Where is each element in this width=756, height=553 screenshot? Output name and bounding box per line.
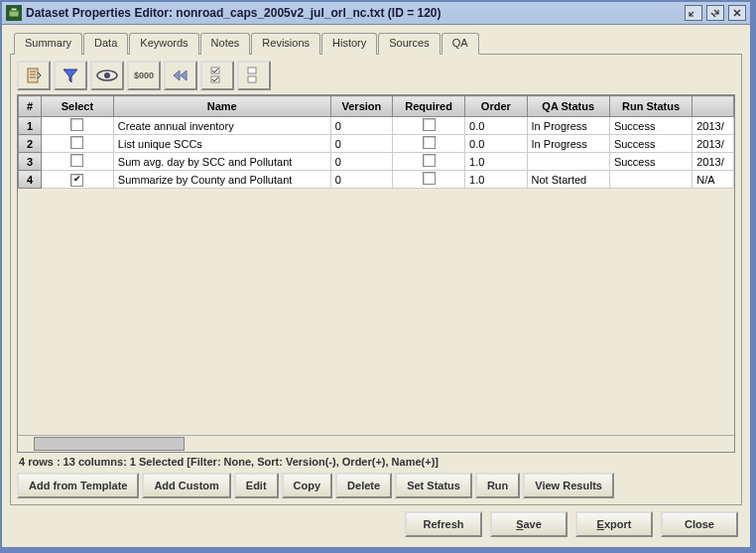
col-select[interactable]: Select bbox=[41, 96, 113, 117]
tab-sources[interactable]: Sources bbox=[378, 33, 440, 55]
col-qa-status[interactable]: QA Status bbox=[527, 96, 609, 117]
tab-keywords[interactable]: Keywords bbox=[129, 33, 198, 55]
select-cell[interactable] bbox=[41, 153, 113, 171]
window-body: Summary Data Keywords Notes Revisions Hi… bbox=[2, 25, 750, 547]
svg-point-7 bbox=[104, 72, 110, 78]
required-cell[interactable] bbox=[393, 135, 465, 153]
version-cell: 0 bbox=[330, 117, 393, 135]
uncheck-all-icon bbox=[247, 67, 261, 84]
edit-button[interactable]: Edit bbox=[234, 473, 279, 498]
set-status-button[interactable]: Set Status bbox=[395, 473, 472, 498]
copy-button[interactable]: Copy bbox=[282, 473, 333, 498]
checkbox[interactable]: ✔ bbox=[70, 174, 83, 187]
checkbox[interactable] bbox=[423, 118, 436, 131]
table-row[interactable]: 1Create annual inventory00.0In ProgressS… bbox=[19, 117, 734, 135]
qa-status-cell: In Progress bbox=[527, 117, 609, 135]
checkbox[interactable] bbox=[70, 118, 83, 131]
qa-status-cell: In Progress bbox=[527, 135, 609, 153]
order-cell: 0.0 bbox=[465, 117, 528, 135]
delete-button[interactable]: Delete bbox=[335, 473, 392, 498]
format-button[interactable]: $000 bbox=[127, 61, 161, 90]
funnel-icon bbox=[62, 67, 79, 84]
checkbox[interactable] bbox=[423, 154, 436, 167]
svg-rect-10 bbox=[248, 68, 256, 73]
col-run-status[interactable]: Run Status bbox=[609, 96, 692, 117]
toolbar: $000 bbox=[17, 61, 735, 90]
minimize-button[interactable] bbox=[685, 5, 702, 21]
row-number: 3 bbox=[19, 153, 42, 171]
row-number: 1 bbox=[19, 117, 42, 135]
tab-data[interactable]: Data bbox=[83, 33, 128, 55]
window-buttons: Refresh Save Export Close bbox=[10, 505, 742, 539]
run-status-cell: Success bbox=[609, 117, 692, 135]
row-number: 4 bbox=[19, 171, 42, 189]
status-text: 4 rows : 13 columns: 1 Selected [Filter:… bbox=[17, 453, 735, 471]
close-button[interactable] bbox=[728, 5, 746, 21]
check-all-icon bbox=[210, 67, 224, 84]
table-row[interactable]: 2List unique SCCs00.0In ProgressSuccess2… bbox=[19, 135, 734, 153]
eye-icon bbox=[96, 69, 118, 82]
checkbox[interactable] bbox=[423, 172, 436, 185]
add-custom-button[interactable]: Add Custom bbox=[142, 473, 230, 498]
scrollbar-thumb[interactable] bbox=[34, 437, 185, 451]
table-row[interactable]: 3Sum avg. day by SCC and Pollutant01.0Su… bbox=[19, 153, 734, 171]
col-order[interactable]: Order bbox=[465, 96, 528, 117]
extra-cell: 2013/ bbox=[693, 117, 734, 135]
col-version[interactable]: Version bbox=[330, 96, 393, 117]
required-cell[interactable] bbox=[393, 117, 465, 135]
refresh-columns-button[interactable] bbox=[17, 61, 51, 90]
qa-table-container: # Select Name Version Required Order QA … bbox=[17, 94, 735, 453]
row-number: 2 bbox=[19, 135, 42, 153]
window-controls bbox=[685, 5, 746, 21]
col-name[interactable]: Name bbox=[113, 96, 330, 117]
version-cell: 0 bbox=[330, 171, 393, 189]
col-num[interactable]: # bbox=[19, 96, 42, 117]
col-extra[interactable] bbox=[693, 96, 734, 117]
filter-button[interactable] bbox=[54, 61, 87, 90]
tab-content-qa: $000 bbox=[10, 54, 742, 505]
qa-table: # Select Name Version Required Order QA … bbox=[18, 95, 734, 189]
run-button[interactable]: Run bbox=[475, 473, 520, 498]
qa-status-cell bbox=[527, 153, 609, 171]
order-cell: 0.0 bbox=[465, 135, 528, 153]
run-status-cell: Success bbox=[609, 135, 692, 153]
reset-button[interactable] bbox=[164, 61, 197, 90]
tab-summary[interactable]: Summary bbox=[14, 33, 82, 55]
required-cell[interactable] bbox=[393, 171, 465, 189]
run-status-cell: Success bbox=[609, 153, 692, 171]
version-cell: 0 bbox=[330, 153, 393, 171]
tab-history[interactable]: History bbox=[321, 33, 377, 55]
export-button[interactable]: Export bbox=[575, 511, 653, 537]
horizontal-scrollbar[interactable] bbox=[18, 435, 734, 452]
col-required[interactable]: Required bbox=[393, 96, 465, 117]
building-icon bbox=[25, 67, 43, 84]
window-title: Dataset Properties Editor: nonroad_caps_… bbox=[26, 6, 685, 20]
svg-rect-2 bbox=[28, 69, 38, 82]
select-all-button[interactable] bbox=[200, 61, 234, 90]
svg-rect-1 bbox=[11, 8, 17, 11]
save-button[interactable]: Save bbox=[490, 511, 567, 537]
extra-cell: 2013/ bbox=[693, 135, 734, 153]
checkbox[interactable] bbox=[70, 154, 83, 167]
clear-all-button[interactable] bbox=[237, 61, 271, 90]
refresh-button[interactable]: Refresh bbox=[405, 511, 482, 537]
tab-notes[interactable]: Notes bbox=[200, 33, 251, 55]
tab-revisions[interactable]: Revisions bbox=[251, 33, 320, 55]
select-cell[interactable] bbox=[41, 135, 113, 153]
tab-qa[interactable]: QA bbox=[441, 33, 479, 55]
table-row[interactable]: 4✔Summarize by County and Pollutant01.0N… bbox=[19, 171, 734, 189]
version-cell: 0 bbox=[330, 135, 393, 153]
maximize-button[interactable] bbox=[706, 5, 724, 21]
required-cell[interactable] bbox=[393, 153, 465, 171]
rewind-icon bbox=[172, 69, 189, 82]
select-cell[interactable]: ✔ bbox=[41, 171, 113, 189]
checkbox[interactable] bbox=[423, 136, 436, 149]
view-results-button[interactable]: View Results bbox=[523, 473, 614, 498]
checkbox[interactable] bbox=[70, 136, 83, 149]
select-cell[interactable] bbox=[41, 117, 113, 135]
order-cell: 1.0 bbox=[465, 153, 528, 171]
close-window-button[interactable]: Close bbox=[661, 511, 738, 537]
add-from-template-button[interactable]: Add from Template bbox=[17, 473, 139, 498]
svg-rect-11 bbox=[248, 76, 256, 82]
view-button[interactable] bbox=[90, 61, 124, 90]
